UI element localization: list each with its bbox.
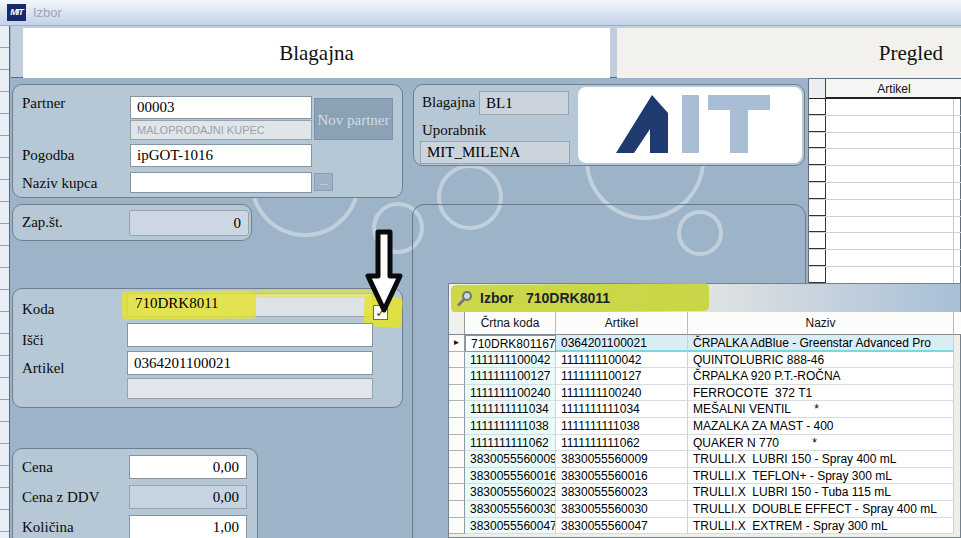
popup-table-row[interactable]: 38300555600473830055560047TRULLI.X EXTRE… — [449, 518, 961, 535]
row-selector[interactable] — [809, 149, 826, 165]
nov-partner-button[interactable]: Nov partner — [314, 98, 393, 140]
row-selector[interactable]: ► — [449, 335, 465, 352]
cell-crtna-koda[interactable]: 1111111111034 — [465, 401, 556, 418]
row-selector[interactable] — [809, 267, 826, 283]
cart-table-row[interactable] — [809, 200, 961, 217]
cell-crtna-koda[interactable]: 1111111100042 — [465, 352, 556, 369]
kolicina-input[interactable]: 1,00 — [129, 515, 247, 538]
cell-crtna-koda[interactable]: 3830055560009 — [465, 451, 556, 468]
cena-input[interactable]: 0,00 — [129, 455, 247, 479]
row-selector[interactable] — [809, 233, 826, 249]
window-titlebar[interactable]: MIT Izbor — [0, 0, 961, 26]
cell-crtna-koda[interactable]: 1111111111062 — [465, 435, 556, 452]
popup-table-row[interactable]: 11111111000421111111100042QUINTOLUBRIC 8… — [449, 352, 961, 369]
cell-naziv[interactable]: FERROCOTE 372 T1 — [688, 385, 954, 402]
cell-naziv[interactable]: TRULLI.X LUBRI 150 - Tuba 115 mL — [688, 484, 954, 501]
cell-naziv[interactable]: TRULLI.X EXTREM - Spray 300 mL — [688, 518, 954, 535]
row-selector[interactable] — [809, 217, 826, 233]
cell-crtna-koda[interactable]: 3830055560030 — [465, 501, 556, 518]
pogodba-input[interactable]: ipGOT-1016 — [130, 144, 312, 167]
row-selector[interactable] — [809, 99, 826, 115]
row-selector[interactable] — [449, 501, 465, 518]
popup-table-row[interactable]: 38300555600303830055560030TRULLI.X DOUBL… — [449, 501, 961, 518]
cell-naziv[interactable]: ČRPALKA 920 P.T.-ROČNA — [688, 368, 954, 385]
cell-artikel[interactable]: 1111111111062 — [556, 435, 688, 452]
row-selector[interactable] — [809, 200, 826, 216]
cell-crtna-koda[interactable]: 3830055560047 — [465, 518, 556, 535]
popup-table-row[interactable]: 38300555600093830055560009TRULLI.X LUBRI… — [449, 451, 961, 468]
cell-artikel[interactable]: 3830055560016 — [556, 468, 688, 485]
cart-table-row[interactable] — [809, 183, 961, 200]
cart-table-header-artikel[interactable]: Artikel — [826, 79, 961, 99]
popup-header-naziv[interactable]: Naziv — [688, 312, 954, 335]
popup-table-row[interactable]: 11111111110341111111111034MEŠALNI VENTIL… — [449, 401, 961, 418]
cart-table-row[interactable] — [809, 99, 961, 116]
cell-artikel[interactable]: 3830055560030 — [556, 501, 688, 518]
row-selector[interactable] — [449, 368, 465, 385]
row-selector[interactable] — [449, 435, 465, 452]
popup-titlebar[interactable]: Izbor 710DRK8011 — [449, 284, 960, 312]
row-selector[interactable] — [449, 518, 465, 535]
row-selector[interactable] — [809, 166, 826, 182]
cart-table-row[interactable] — [809, 267, 961, 284]
cell-naziv[interactable]: TRULLI.X DOUBLE EFFECT - Spray 400 mL — [688, 501, 954, 518]
row-selector[interactable] — [449, 401, 465, 418]
cell-artikel[interactable]: 1111111100240 — [556, 385, 688, 402]
koda-input[interactable]: 710DRK8011 — [127, 293, 373, 317]
cell-crtna-koda[interactable]: 710DRK801167 — [465, 335, 556, 352]
cell-crtna-koda[interactable]: 3830055560023 — [465, 484, 556, 501]
row-selector[interactable] — [809, 250, 826, 266]
cell-artikel[interactable]: 3830055560023 — [556, 484, 688, 501]
cell-artikel[interactable]: 3830055560009 — [556, 451, 688, 468]
cell-naziv[interactable]: QUAKER N 770 * — [688, 435, 954, 452]
cell-artikel[interactable]: 1111111100042 — [556, 352, 688, 369]
cell-naziv[interactable]: ČRPALKA AdBlue - Greenstar Advanced Pro — [688, 335, 954, 352]
cart-table-row[interactable] — [809, 116, 961, 133]
cart-table-row[interactable] — [809, 250, 961, 267]
row-selector[interactable] — [449, 418, 465, 435]
cell-artikel[interactable]: 1111111100127 — [556, 368, 688, 385]
row-selector[interactable] — [809, 133, 826, 149]
popup-table-row[interactable]: 11111111110621111111111062QUAKER N 770 * — [449, 435, 961, 452]
cell-crtna-koda[interactable]: 1111111111038 — [465, 418, 556, 435]
row-selector[interactable] — [809, 116, 826, 132]
popup-table-row[interactable]: 38300555600233830055560023TRULLI.X LUBRI… — [449, 484, 961, 501]
popup-table-row[interactable]: 11111111110381111111111038MAZALKA ZA MAS… — [449, 418, 961, 435]
cell-naziv[interactable]: MEŠALNI VENTIL * — [688, 401, 954, 418]
cart-table-row[interactable] — [809, 233, 961, 250]
partner-input[interactable]: 00003 — [130, 96, 312, 119]
artikel-input[interactable]: 0364201100021 — [127, 351, 373, 375]
row-selector[interactable] — [449, 385, 465, 402]
cart-table-row[interactable] — [809, 166, 961, 183]
cell-naziv[interactable]: MAZALKA ZA MAST - 400 — [688, 418, 954, 435]
browse-button[interactable]: ... — [314, 173, 333, 191]
isci-input[interactable] — [127, 323, 373, 347]
popup-header-artikel[interactable]: Artikel — [556, 312, 688, 335]
row-selector[interactable] — [449, 451, 465, 468]
row-selector[interactable] — [809, 183, 826, 199]
cart-table-row[interactable] — [809, 217, 961, 234]
row-selector[interactable] — [449, 484, 465, 501]
tab-blagajna[interactable]: Blagajna — [23, 28, 610, 78]
cell-crtna-koda[interactable]: 1111111100240 — [465, 385, 556, 402]
tab-pregled[interactable]: Pregled — [617, 28, 961, 78]
naziv-kupca-input[interactable] — [130, 172, 312, 193]
cart-table-row[interactable] — [809, 133, 961, 150]
cell-crtna-koda[interactable]: 1111111100127 — [465, 368, 556, 385]
cell-artikel[interactable]: 1111111111034 — [556, 401, 688, 418]
cell-artikel[interactable]: 3830055560047 — [556, 518, 688, 535]
cell-artikel[interactable]: 1111111111038 — [556, 418, 688, 435]
popup-table-row[interactable]: 38300555600163830055560016TRULLI.X TEFLO… — [449, 468, 961, 485]
popup-table-row[interactable]: 11111111001271111111100127ČRPALKA 920 P.… — [449, 368, 961, 385]
row-selector[interactable] — [449, 468, 465, 485]
cell-naziv[interactable]: QUINTOLUBRIC 888-46 — [688, 352, 954, 369]
cell-crtna-koda[interactable]: 3830055560016 — [465, 468, 556, 485]
popup-header-crtna-koda[interactable]: Črtna koda — [465, 312, 556, 335]
popup-table-row[interactable]: ►710DRK8011670364201100021ČRPALKA AdBlue… — [449, 335, 961, 352]
row-selector[interactable] — [449, 352, 465, 369]
cell-naziv[interactable]: TRULLI.X TEFLON+ - Spray 300 mL — [688, 468, 954, 485]
cell-artikel[interactable]: 0364201100021 — [556, 335, 688, 352]
cart-table-row[interactable] — [809, 149, 961, 166]
cell-naziv[interactable]: TRULLI.X LUBRI 150 - Spray 400 mL — [688, 451, 954, 468]
popup-table-row[interactable]: 11111111002401111111100240FERROCOTE 372 … — [449, 385, 961, 402]
